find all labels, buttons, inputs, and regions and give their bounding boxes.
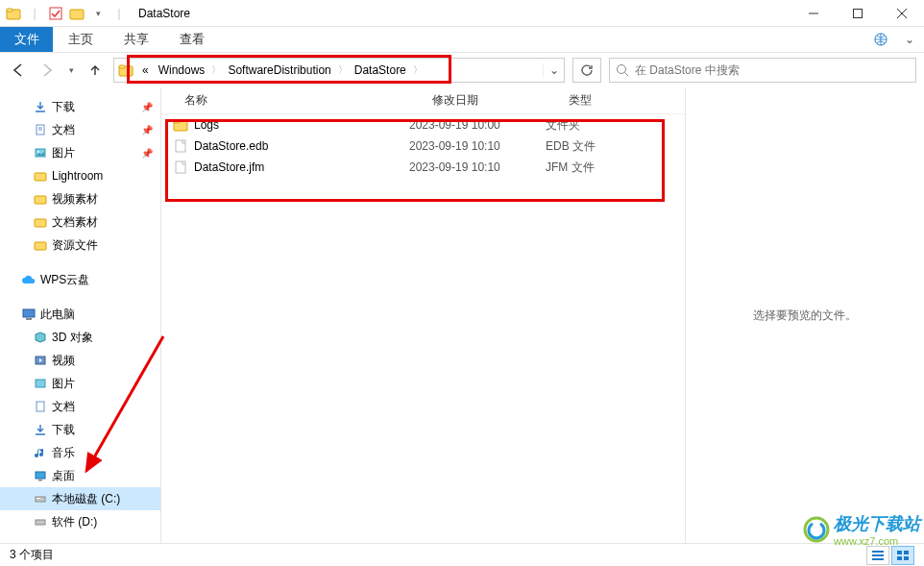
close-button[interactable] — [880, 0, 924, 27]
svg-rect-30 — [36, 520, 45, 525]
drive-icon — [33, 514, 48, 529]
svg-rect-36 — [872, 554, 884, 556]
svg-line-11 — [625, 73, 629, 77]
crumb-item[interactable]: Windows — [154, 59, 210, 82]
pin-icon: 📌 — [141, 102, 153, 112]
picture-icon — [33, 376, 48, 391]
svg-rect-29 — [36, 498, 40, 499]
item-count: 3 个项目 — [10, 547, 54, 563]
watermark: 极光下载站 www.xz7.com — [803, 512, 920, 547]
col-modified[interactable]: 修改日期 — [421, 92, 557, 109]
qat-drop-icon[interactable]: ▾ — [90, 6, 106, 21]
svg-rect-34 — [176, 161, 185, 173]
search-input[interactable] — [635, 63, 910, 77]
svg-rect-20 — [35, 242, 46, 250]
svg-rect-5 — [854, 9, 863, 17]
search-box[interactable] — [609, 58, 916, 83]
svg-rect-1 — [7, 9, 12, 12]
tree-lightroom[interactable]: Lightroom — [0, 164, 160, 187]
svg-rect-40 — [897, 556, 902, 560]
view-icons-button[interactable] — [891, 546, 914, 565]
view-tab[interactable]: 查看 — [164, 27, 220, 52]
svg-rect-2 — [50, 8, 61, 19]
tree-documents[interactable]: 文档📌 — [0, 118, 160, 141]
tree-documents2[interactable]: 文档 — [0, 395, 160, 418]
svg-rect-25 — [36, 402, 44, 411]
nav-tree[interactable]: 下载📌 文档📌 图片📌 Lightroom 视频素材 文档素材 资源文件 WPS… — [0, 87, 161, 543]
up-button[interactable] — [85, 60, 106, 81]
file-type: 文件夹 — [546, 117, 651, 134]
svg-point-16 — [37, 151, 39, 153]
file-row[interactable]: DataStore.jfm2023-09-19 10:10JFM 文件 — [161, 157, 685, 178]
file-tab[interactable]: 文件 — [0, 27, 53, 52]
svg-rect-41 — [904, 556, 909, 560]
tree-pictures2[interactable]: 图片 — [0, 372, 160, 395]
minimize-button[interactable] — [791, 0, 836, 27]
back-button[interactable] — [8, 60, 29, 81]
search-icon — [616, 63, 629, 77]
tree-downloads[interactable]: 下载📌 — [0, 95, 160, 118]
file-date: 2023-09-19 10:10 — [409, 160, 546, 174]
svg-rect-38 — [897, 551, 902, 554]
tree-downloads2[interactable]: 下载 — [0, 418, 160, 441]
ribbon-expand-icon[interactable]: ⌄ — [895, 27, 924, 52]
tree-3d[interactable]: 3D 对象 — [0, 326, 160, 349]
pin-icon: 📌 — [141, 125, 153, 135]
tree-resource[interactable]: 资源文件 — [0, 234, 160, 257]
tree-music[interactable]: 音乐 — [0, 441, 160, 464]
music-icon — [33, 445, 48, 460]
divider-icon: | — [27, 6, 42, 21]
file-list[interactable]: 名称 修改日期 类型 Logs2023-09-19 10:00文件夹DataSt… — [161, 87, 686, 543]
tree-drive-d[interactable]: 软件 (D:) — [0, 510, 160, 533]
ribbon: 文件 主页 共享 查看 ⌄ — [0, 27, 924, 53]
tree-thispc[interactable]: 此电脑 — [0, 303, 160, 326]
tree-pictures[interactable]: 图片📌 — [0, 141, 160, 164]
folder-icon — [33, 237, 48, 253]
tree-video-material[interactable]: 视频素材 — [0, 187, 160, 210]
logo-icon — [803, 516, 830, 543]
qat-folder-icon[interactable] — [69, 6, 85, 21]
preview-empty-text: 选择要预览的文件。 — [753, 308, 857, 324]
recent-dropdown[interactable]: ▾ — [65, 60, 77, 81]
svg-rect-9 — [119, 65, 125, 68]
titlebar: | ▾ | DataStore — [0, 0, 924, 27]
tree-desktop[interactable]: 桌面 — [0, 464, 160, 487]
svg-rect-32 — [174, 120, 180, 123]
share-tab[interactable]: 共享 — [109, 27, 164, 52]
file-date: 2023-09-19 10:00 — [409, 118, 546, 132]
file-row[interactable]: Logs2023-09-19 10:00文件夹 — [161, 114, 685, 135]
svg-rect-21 — [23, 309, 35, 317]
view-details-button[interactable] — [866, 546, 889, 565]
ribbon-help-icon[interactable] — [866, 27, 895, 52]
file-icon — [173, 160, 188, 175]
address-bar[interactable]: « Windows 〉 SoftwareDistribution 〉 DataS… — [113, 58, 565, 83]
checkbox-icon[interactable] — [48, 6, 63, 21]
cube-icon — [33, 330, 48, 345]
folder-icon — [33, 191, 48, 207]
address-dropdown-icon[interactable]: ⌄ — [543, 63, 564, 77]
tree-wps[interactable]: WPS云盘 — [0, 268, 160, 291]
download-icon — [33, 422, 48, 437]
file-icon — [173, 138, 188, 154]
forward-button[interactable] — [36, 60, 58, 81]
crumb-item[interactable]: SoftwareDistribution — [223, 59, 335, 82]
col-name[interactable]: 名称 — [173, 92, 421, 109]
folder-icon — [33, 214, 48, 230]
tree-drive-c[interactable]: 本地磁盘 (C:) — [0, 487, 160, 510]
column-header[interactable]: 名称 修改日期 类型 — [161, 87, 685, 114]
crumb-overflow[interactable]: « — [137, 59, 154, 82]
file-row[interactable]: DataStore.edb2023-09-19 10:10EDB 文件 — [161, 135, 685, 157]
svg-rect-35 — [872, 551, 884, 553]
home-tab[interactable]: 主页 — [53, 27, 109, 52]
picture-icon — [33, 145, 48, 160]
tree-doc-material[interactable]: 文档素材 — [0, 210, 160, 234]
refresh-button[interactable] — [572, 58, 601, 83]
svg-rect-26 — [36, 472, 45, 479]
svg-rect-27 — [38, 480, 42, 481]
maximize-button[interactable] — [836, 0, 880, 27]
svg-rect-24 — [36, 380, 45, 387]
col-type[interactable]: 类型 — [557, 92, 663, 109]
tree-videos[interactable]: 视频 — [0, 349, 160, 372]
chevron-right-icon: 〉 — [336, 63, 350, 77]
crumb-item[interactable]: DataStore — [350, 59, 411, 82]
